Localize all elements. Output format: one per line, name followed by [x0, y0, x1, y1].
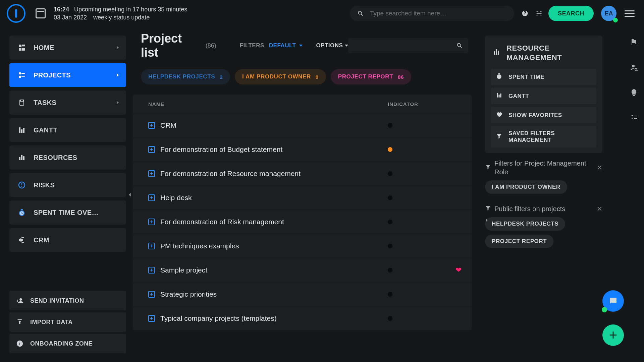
sidebar-item-gantt[interactable]: GANTT [9, 118, 126, 142]
clock-icon [496, 73, 502, 81]
search-button[interactable]: SEARCH [548, 6, 594, 21]
import-data-button[interactable]: IMPORT DATA [9, 312, 126, 332]
svg-rect-9 [19, 127, 20, 133]
close-icon[interactable]: ✕ [597, 204, 602, 213]
table-row[interactable]: + For demonstration of Resource manageme… [133, 161, 472, 185]
right-item-label: GANTT [508, 93, 529, 100]
filters-dropdown[interactable]: DEFAULT [269, 42, 303, 49]
sidebar-item-spent-time[interactable]: SPENT TIME OVE… [9, 200, 126, 225]
expand-icon[interactable]: + [148, 194, 155, 201]
expand-icon[interactable]: + [148, 170, 155, 177]
filter-pill-project-report[interactable]: PROJECT REPORT [485, 235, 553, 248]
project-name: For demonstration of Resource management [160, 170, 388, 178]
svg-rect-14 [23, 156, 24, 160]
options-dropdown[interactable]: OPTIONS [316, 42, 348, 49]
sidebar-item-label: PROJECTS [34, 71, 71, 79]
svg-rect-21 [19, 342, 20, 343]
column-indicator[interactable]: INDICATOR [388, 101, 462, 107]
expand-icon[interactable]: + [148, 146, 155, 153]
sidebar-bottom-label: ONBOARDING ZONE [30, 340, 93, 347]
project-name: For demonstration of Budget statement [160, 145, 388, 154]
main-header: Project list (86) FILTERS DEFAULT OPTION… [133, 36, 472, 56]
column-name[interactable]: NAME [148, 101, 388, 107]
filter-chips-row: HELPDESK PROJECTS 2 I AM PRODUCT OWNER 0… [141, 69, 472, 84]
expand-right-panel-icon[interactable] [483, 217, 490, 226]
global-search-box[interactable] [350, 6, 514, 21]
invite-icon [15, 296, 24, 305]
chip-helpdesk-projects[interactable]: HELPDESK PROJECTS 2 [141, 69, 230, 84]
menu-icon[interactable] [625, 10, 635, 17]
expand-icon[interactable]: + [148, 243, 155, 249]
sidebar-item-risks[interactable]: RISKS [9, 173, 126, 197]
filter-pill-product-owner[interactable]: I AM PRODUCT OWNER [485, 180, 567, 194]
flag-icon[interactable] [630, 38, 638, 48]
clock-time: 16:24 [54, 6, 69, 13]
filters-role-section: Filters for Project Management Role ✕ I … [485, 159, 602, 194]
svg-rect-22 [494, 51, 495, 55]
help-icon[interactable] [520, 9, 530, 18]
send-invitation-button[interactable]: SEND INVITATION [9, 291, 126, 310]
sidebar-item-tasks[interactable]: TASKS [9, 90, 126, 115]
expand-icon[interactable]: + [148, 122, 155, 129]
chip-label: HELPDESK PROJECTS [148, 73, 215, 80]
right-item-spent-time[interactable]: SPENT TIME [491, 69, 596, 85]
right-item-favorites[interactable]: SHOW FAVORITES [491, 107, 596, 123]
chip-count: 86 [398, 74, 404, 80]
bulb-icon[interactable] [630, 88, 638, 98]
chevron-right-icon [117, 73, 119, 77]
sidebar-item-crm[interactable]: CRM [9, 228, 126, 252]
collapse-sidebar-icon[interactable] [126, 191, 133, 200]
euro-icon [17, 235, 27, 245]
sidebar-item-projects[interactable]: PROJECTS [9, 63, 126, 87]
app-logo-icon[interactable] [7, 4, 25, 23]
chip-project-report[interactable]: PROJECT REPORT 86 [331, 69, 411, 84]
right-item-label: SPENT TIME [508, 74, 544, 80]
table-row[interactable]: + Sample project ❤ [133, 258, 472, 282]
user-avatar[interactable]: EA [601, 6, 616, 21]
svg-rect-4 [22, 48, 25, 51]
right-item-gantt[interactable]: GANTT [491, 88, 596, 104]
table-row[interactable]: + PM techniques examples [133, 234, 472, 258]
right-item-saved-filters[interactable]: SAVED FILTERS MANAGEMENT [491, 126, 596, 147]
user-search-icon[interactable] [630, 63, 638, 73]
sidebar-item-label: GANTT [34, 126, 57, 134]
risks-icon [17, 180, 27, 190]
chip-product-owner[interactable]: I AM PRODUCT OWNER 0 [235, 69, 326, 84]
chat-fab[interactable] [602, 290, 624, 312]
expand-icon[interactable]: + [148, 315, 155, 322]
chip-count: 2 [220, 74, 223, 80]
svg-rect-13 [21, 155, 22, 160]
table-row[interactable]: + Help desk [133, 185, 472, 209]
expand-icon[interactable]: + [148, 267, 155, 274]
close-icon[interactable]: ✕ [597, 163, 602, 172]
onboarding-zone-button[interactable]: ONBOARDING ZONE [9, 334, 126, 353]
expand-icon[interactable]: + [148, 219, 155, 225]
filter-pill-helpdesk[interactable]: HELPDESK PROJECTS [485, 217, 565, 231]
top-bar: 16:24 Upcoming meeting in 17 hours 35 mi… [0, 0, 644, 27]
sidebar: HOME PROJECTS TASKS [9, 27, 126, 362]
add-fab[interactable]: + [602, 324, 624, 346]
global-search-input[interactable] [370, 10, 507, 17]
calendar-icon[interactable] [36, 8, 46, 18]
favorite-icon[interactable]: ❤ [455, 266, 462, 275]
table-row[interactable]: + CRM [133, 113, 472, 137]
svg-rect-2 [22, 47, 25, 47]
indicator-dot [388, 123, 392, 128]
expand-icon[interactable]: + [148, 291, 155, 298]
indicator-dot [388, 147, 392, 152]
right-panel: RESOURCE MANAGEMENT SPENT TIME GANTT SHO… [485, 36, 602, 362]
filters-label: FILTERS [240, 42, 264, 49]
table-row[interactable]: + Typical company projects (templates) [133, 306, 472, 330]
home-icon [17, 43, 27, 53]
table-row[interactable]: + For demonstration of Budget statement [133, 137, 472, 161]
sidebar-item-home[interactable]: HOME [9, 36, 126, 60]
checklist-icon[interactable] [630, 114, 638, 123]
sliders-icon[interactable] [534, 9, 544, 18]
right-rail [624, 27, 644, 123]
sidebar-item-resources[interactable]: RESOURCES [9, 145, 126, 170]
svg-rect-1 [22, 45, 25, 46]
table-search-box[interactable] [348, 38, 468, 53]
options-label: OPTIONS [316, 42, 343, 49]
table-row[interactable]: + For demonstration of Risk management [133, 209, 472, 234]
table-row[interactable]: + Strategic priorities [133, 282, 472, 306]
